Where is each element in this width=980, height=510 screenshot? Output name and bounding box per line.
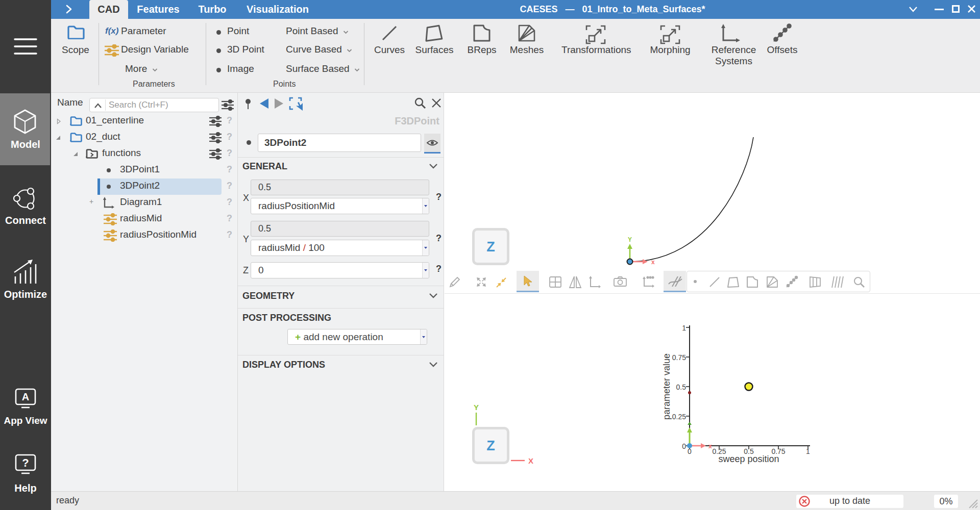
svg-text:parameter value: parameter value — [662, 353, 672, 420]
svg-text:0: 0 — [688, 447, 692, 455]
svg-text:sweep position: sweep position — [718, 454, 779, 464]
svg-text:0: 0 — [682, 442, 686, 450]
svg-text:A: A — [22, 391, 29, 402]
svg-text:1: 1 — [806, 447, 810, 455]
svg-text:0.25: 0.25 — [672, 413, 686, 421]
svg-text:0.75: 0.75 — [672, 353, 686, 362]
svg-text:Y: Y — [628, 236, 632, 243]
svg-text:x: x — [651, 259, 655, 266]
svg-text:Y: Y — [474, 403, 479, 412]
svg-text:x: x — [708, 443, 712, 450]
svg-text:0.5: 0.5 — [676, 383, 687, 391]
svg-text:?: ? — [22, 456, 29, 469]
svg-text:X: X — [528, 456, 533, 465]
svg-text:1: 1 — [682, 324, 686, 332]
